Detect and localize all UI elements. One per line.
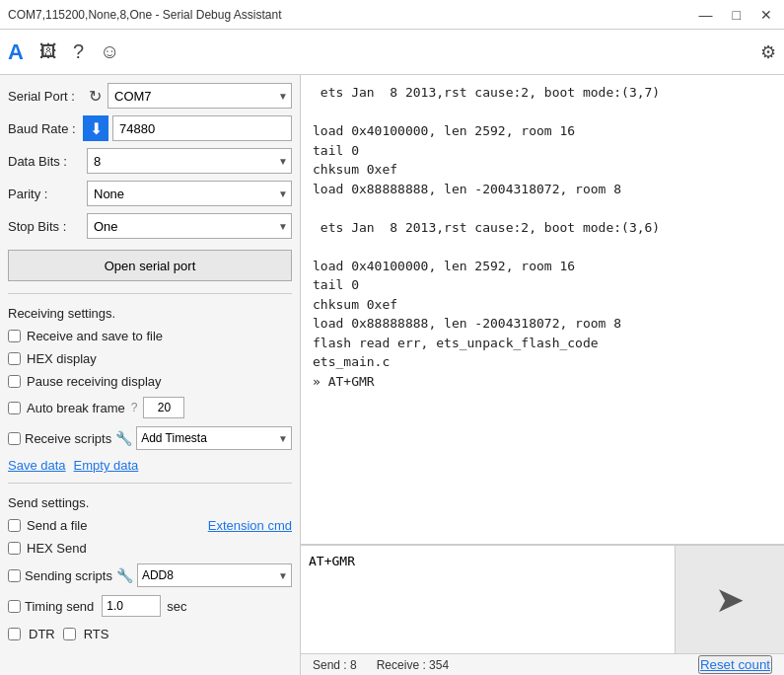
stop-bits-select-wrap: One 1.5 Two ▼ [87, 213, 292, 239]
hex-display-checkbox[interactable] [8, 352, 21, 365]
main-layout: Serial Port : ↻ COM7 ▼ Baud Rate : ⬇ Dat… [0, 75, 784, 675]
dtr-checkbox[interactable] [8, 628, 21, 640]
timing-send-checkbox[interactable] [8, 600, 21, 613]
emoji-icon[interactable]: ☺ [100, 40, 119, 63]
auto-break-label: Auto break frame [27, 401, 125, 415]
send-count: Send : 8 [313, 658, 357, 672]
receive-scripts-checkbox[interactable] [8, 432, 21, 445]
window-title: COM7,115200,None,8,One - Serial Debug As… [8, 8, 282, 22]
timing-send-row: Timing send sec [8, 595, 292, 617]
serial-port-select[interactable]: COM7 [107, 83, 292, 109]
extension-cmd-button[interactable]: Extension cmd [208, 518, 292, 533]
minimize-button[interactable]: — [695, 8, 717, 22]
pause-receiving-label: Pause receiving display [27, 374, 162, 389]
sending-scripts-select-wrap: ADD8 None XOR SUM16 ▼ [137, 563, 292, 587]
stop-bits-label: Stop Bits : [8, 219, 87, 234]
send-area: ➤ [301, 545, 784, 653]
divider-1 [8, 293, 292, 294]
sending-scripts-checkbox[interactable] [8, 569, 21, 582]
stop-bits-row: Stop Bits : One 1.5 Two ▼ [8, 213, 292, 239]
baud-rate-input[interactable] [112, 115, 292, 141]
window-controls: — □ ✕ [695, 8, 776, 22]
send-input[interactable] [301, 546, 676, 653]
timing-send-unit: sec [167, 599, 186, 614]
parity-select[interactable]: None Odd Even [87, 181, 292, 206]
dtr-rts-row: DTR RTS [8, 627, 292, 641]
sending-scripts-icon: 🔧 [116, 567, 133, 583]
parity-row: Parity : None Odd Even ▼ [8, 181, 292, 206]
hex-send-checkbox[interactable] [8, 542, 21, 555]
rts-checkbox[interactable] [63, 628, 76, 640]
sending-scripts-label: Sending scripts [25, 568, 112, 583]
maximize-button[interactable]: □ [729, 8, 745, 22]
serial-port-row: Serial Port : ↻ COM7 ▼ [8, 83, 292, 109]
stop-bits-select[interactable]: One 1.5 Two [87, 213, 292, 239]
auto-break-checkbox[interactable] [8, 402, 21, 414]
hex-send-label: HEX Send [27, 541, 87, 556]
send-file-row: Send a file [8, 518, 87, 533]
parity-select-wrap: None Odd Even ▼ [87, 181, 292, 206]
pause-receiving-checkbox[interactable] [8, 375, 21, 388]
sending-scripts-select[interactable]: ADD8 None XOR SUM16 [137, 563, 292, 587]
reset-count-button[interactable]: Reset count [698, 655, 772, 674]
hex-display-label: HEX display [27, 351, 97, 366]
font-icon[interactable]: A [8, 39, 24, 65]
auto-break-row: Auto break frame ? [8, 397, 292, 418]
toolbar: A 🖼 ? ☺ ⚙ [0, 30, 784, 75]
send-file-extension-row: Send a file Extension cmd [8, 518, 292, 533]
baud-icon[interactable]: ⬇ [83, 115, 108, 141]
data-bits-select-wrap: 8 7 6 5 ▼ [87, 148, 292, 174]
image-icon[interactable]: 🖼 [39, 41, 57, 62]
send-arrow-icon: ➤ [715, 579, 745, 621]
data-bits-label: Data Bits : [8, 154, 87, 169]
title-bar: COM7,115200,None,8,One - Serial Debug As… [0, 0, 784, 30]
left-panel: Serial Port : ↻ COM7 ▼ Baud Rate : ⬇ Dat… [0, 75, 301, 675]
baud-rate-row: Baud Rate : ⬇ [8, 115, 292, 141]
save-data-button[interactable]: Save data [8, 458, 66, 473]
receive-area: ets Jan 8 2013,rst cause:2, boot mode:(3… [301, 75, 784, 545]
timing-send-label: Timing send [25, 599, 94, 614]
auto-break-question: ? [131, 401, 138, 414]
hex-display-row: HEX display [8, 351, 292, 366]
sending-scripts-row: Sending scripts 🔧 ADD8 None XOR SUM16 ▼ [8, 563, 292, 587]
refresh-ports-button[interactable]: ↻ [87, 87, 104, 106]
status-bar: Send : 8 Receive : 354 Reset count [301, 653, 784, 675]
timing-send-input[interactable] [102, 595, 161, 617]
data-bits-select[interactable]: 8 7 6 5 [87, 148, 292, 174]
dtr-label: DTR [29, 627, 55, 641]
help-icon[interactable]: ? [73, 40, 84, 63]
receive-save-file-row: Receive and save to file [8, 329, 292, 343]
receive-scripts-row: Receive scripts 🔧 Add Timesta None ▼ [8, 426, 292, 450]
data-bits-row: Data Bits : 8 7 6 5 ▼ [8, 148, 292, 174]
send-button[interactable]: ➤ [676, 546, 784, 653]
receive-save-file-label: Receive and save to file [27, 329, 163, 343]
send-settings-title: Send settings. [8, 495, 292, 510]
receive-scripts-select-wrap: Add Timesta None ▼ [136, 426, 292, 450]
rts-label: RTS [84, 627, 109, 641]
gear-icon[interactable]: ⚙ [760, 41, 776, 63]
pause-receiving-row: Pause receiving display [8, 374, 292, 389]
send-file-label: Send a file [27, 518, 87, 533]
right-panel: ets Jan 8 2013,rst cause:2, boot mode:(3… [301, 75, 784, 675]
hex-send-row: HEX Send [8, 541, 292, 556]
divider-2 [8, 483, 292, 484]
receive-scripts-icon: 🔧 [115, 430, 132, 446]
auto-break-value-input[interactable] [143, 397, 184, 418]
parity-label: Parity : [8, 187, 87, 201]
serial-port-select-wrap: COM7 ▼ [107, 83, 292, 109]
receive-count: Receive : 354 [377, 658, 449, 672]
send-file-checkbox[interactable] [8, 519, 21, 532]
open-port-button[interactable]: Open serial port [8, 250, 292, 281]
receive-save-file-checkbox[interactable] [8, 330, 21, 342]
empty-data-button[interactable]: Empty data [74, 458, 139, 473]
receive-scripts-label: Receive scripts [25, 431, 111, 446]
close-button[interactable]: ✕ [756, 8, 776, 22]
serial-port-label: Serial Port : [8, 89, 87, 104]
receiving-settings-title: Receiving settings. [8, 306, 292, 321]
receive-scripts-select[interactable]: Add Timesta None [136, 426, 292, 450]
baud-rate-label: Baud Rate : [8, 121, 83, 136]
data-link-row: Save data Empty data [8, 458, 292, 473]
